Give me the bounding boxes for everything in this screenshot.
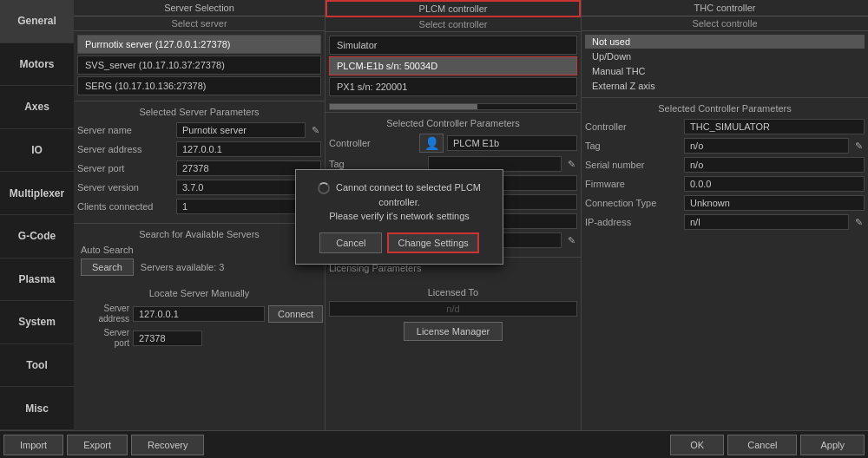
sidebar: General Motors Axes IO Multiplexer G-Cod…	[0, 0, 74, 430]
licensing-title: Licensing Parameters	[329, 263, 577, 273]
param-row-server-version: Server version 3.7.0	[77, 180, 321, 195]
server-list-item[interactable]: SVS_server (10.17.10.37:27378)	[77, 56, 321, 75]
apply-button[interactable]: Apply	[800, 435, 865, 455]
sidebar-item-misc[interactable]: Misc	[0, 387, 74, 430]
param-row-server-address: Server address 127.0.0.1	[77, 141, 321, 157]
locate-port-label: Serverport	[77, 328, 129, 349]
error-message-text: Cannot connect to selected PLCM controll…	[306, 180, 492, 224]
search-section: Search for Available Servers Auto Search…	[74, 223, 325, 285]
sidebar-item-motors[interactable]: Motors	[0, 43, 74, 87]
connect-button[interactable]: Connect	[268, 305, 323, 323]
edit-icon[interactable]: ✎	[565, 159, 577, 170]
sidebar-item-tool[interactable]: Tool	[0, 344, 74, 388]
thc-params-title: Selected Controller Parameters	[585, 103, 865, 114]
server-name-value: Purnotix server	[176, 122, 306, 138]
thc-select-subheader: Select controlle	[582, 16, 868, 31]
servers-available-count: Servers available: 3	[141, 262, 225, 272]
thc-header: THC controller	[582, 0, 868, 16]
thc-controller-list: Not used Up/Down Manual THC External Z a…	[585, 35, 865, 94]
locate-port-row: Serverport	[77, 328, 321, 349]
server-params-title: Selected Server Parameters	[77, 107, 321, 117]
thc-params-section: Selected Controller Parameters Controlle…	[582, 97, 868, 239]
ctrl-list-scroll-thumb	[330, 104, 477, 109]
sidebar-item-label: Multiplexer	[10, 187, 64, 200]
edit-icon[interactable]: ✎	[565, 235, 577, 246]
license-manager-button[interactable]: License Manager	[404, 322, 503, 341]
error-popup: Cannot connect to selected PLCM controll…	[295, 169, 503, 265]
locate-port-input[interactable]	[133, 330, 202, 346]
error-popup-buttons: Cancel Change Settings	[306, 232, 492, 253]
export-button[interactable]: Export	[67, 435, 128, 455]
server-list-item[interactable]: Purrnotix server (127.0.0.1:27378)	[77, 35, 321, 54]
locate-address-label: Serveraddress	[77, 304, 129, 324]
thc-connection-type-row: Connection Type Unknown	[585, 195, 865, 211]
server-list: Purrnotix server (127.0.0.1:27378) SVS_s…	[77, 35, 321, 97]
edit-icon[interactable]: ✎	[852, 217, 865, 228]
ctrl-list-item-simulator[interactable]: Simulator	[329, 36, 577, 55]
edit-icon[interactable]: ✎	[309, 125, 321, 136]
sidebar-item-plasma[interactable]: Plasma	[0, 258, 74, 302]
plcm-controller-list: Simulator PLCM-E1b s/n: 50034D PX1 s/n: …	[329, 36, 577, 98]
search-controls-row: Search Servers available: 3	[77, 258, 321, 276]
thc-tag-row: Tag n/o ✎	[585, 138, 865, 154]
param-row-server-name: Server name Purnotix server ✎	[77, 122, 321, 138]
locate-address-row: Serveraddress Connect	[77, 304, 321, 324]
controller-value: PLCM E1b	[447, 135, 577, 151]
sidebar-item-label: General	[17, 15, 56, 27]
sidebar-item-system[interactable]: System	[0, 301, 74, 344]
locate-address-input[interactable]	[133, 306, 265, 322]
thc-controller-row: Controller THC_SIMULATOR	[585, 119, 865, 134]
server-selection-panel: Server Selection Select server Purrnotix…	[74, 0, 326, 430]
thc-firmware-row: Firmware 0.0.0	[585, 176, 865, 192]
plcm-tab-header: PLCM controller	[326, 0, 581, 17]
thc-serial-row: Serial number n/o	[585, 157, 865, 173]
sidebar-item-label: System	[18, 316, 56, 328]
plcm-params-title: Selected Controller Parameters	[329, 118, 577, 128]
error-cancel-button[interactable]: Cancel	[319, 232, 382, 253]
sidebar-item-label: IO	[31, 144, 43, 156]
import-button[interactable]: Import	[3, 435, 63, 455]
server-list-item[interactable]: SERG (10.17.10.136:27378)	[77, 76, 321, 95]
controller-icon: 👤	[419, 134, 444, 153]
auto-search-row: Auto Search	[77, 245, 321, 255]
sidebar-item-label: G-Code	[18, 230, 56, 242]
sidebar-item-multiplexer[interactable]: Multiplexer	[0, 172, 74, 215]
locate-title: Locate Server Manually	[77, 288, 321, 298]
sidebar-item-gcode[interactable]: G-Code	[0, 215, 74, 258]
sidebar-item-label: Motors	[20, 58, 55, 70]
sidebar-item-label: Plasma	[18, 273, 55, 285]
locate-section: Locate Server Manually Serveraddress Con…	[74, 285, 325, 356]
param-row-clients-connected: Clients connected 1	[77, 199, 321, 214]
sidebar-item-io[interactable]: IO	[0, 129, 74, 173]
thc-ip-value: n/l	[684, 214, 849, 230]
thc-tag-value: n/o	[684, 138, 849, 154]
param-row-server-port: Server port 27378	[77, 160, 321, 176]
thc-list-item-manual-thc[interactable]: Manual THC	[585, 64, 865, 78]
sidebar-item-axes[interactable]: Axes	[0, 86, 74, 129]
thc-list-item-external-z[interactable]: External Z axis	[585, 79, 865, 93]
search-button[interactable]: Search	[81, 258, 134, 276]
sidebar-item-label: Tool	[26, 359, 47, 371]
licensed-to-section: Licensed To n/d License Manager	[326, 284, 581, 344]
licensed-to-value: n/d	[329, 301, 577, 317]
server-params-section: Selected Server Parameters Server name P…	[74, 101, 325, 223]
select-server-subheader: Select server	[74, 16, 325, 31]
ctrl-list-item-plcm-e1b[interactable]: PLCM-E1b s/n: 50034D	[329, 56, 577, 75]
sidebar-item-label: Axes	[24, 101, 49, 113]
thc-list-item-not-used[interactable]: Not used	[585, 35, 865, 49]
thc-serial-value: n/o	[684, 157, 865, 173]
thc-controller-value: THC_SIMULATOR	[684, 119, 865, 134]
ctrl-list-item-px1[interactable]: PX1 s/n: 220001	[329, 77, 577, 96]
thc-list-item-updown[interactable]: Up/Down	[585, 49, 865, 63]
thc-connection-type-value: Unknown	[684, 195, 865, 211]
ctrl-list-scrollbar[interactable]	[329, 103, 577, 110]
error-change-settings-button[interactable]: Change Settings	[387, 232, 478, 253]
loading-spinner-icon	[318, 182, 330, 194]
cancel-button[interactable]: Cancel	[727, 435, 797, 455]
sidebar-item-label: Misc	[25, 402, 49, 415]
sidebar-item-general[interactable]: General	[0, 0, 74, 43]
licensed-to-label: Licensed To	[329, 287, 577, 298]
recovery-button[interactable]: Recovery	[131, 435, 204, 455]
edit-icon[interactable]: ✎	[852, 141, 865, 152]
ok-button[interactable]: OK	[670, 435, 724, 455]
